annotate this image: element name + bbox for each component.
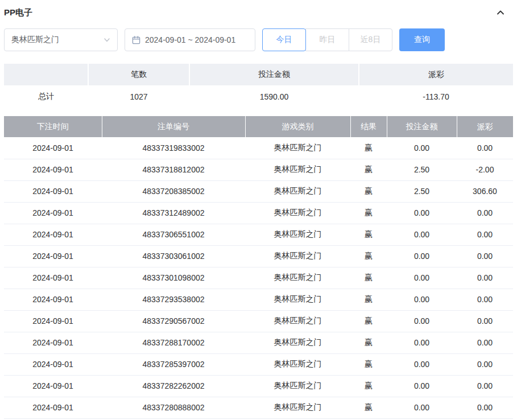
panel-header: PP电子 <box>4 6 513 19</box>
table-row: 2024-09-01 48337303061002 奥林匹斯之门 赢 0.00 … <box>4 245 513 267</box>
bet-table: 下注时间 注单编号 游戏类别 结果 投注金额 派彩 2024-09-01 483… <box>4 116 513 419</box>
cell-bet-amount: 0.00 <box>387 202 457 224</box>
cell-game-type: 奥林匹斯之门 <box>245 267 350 289</box>
quick-button-today[interactable]: 今日 <box>262 28 306 51</box>
cell-payout: -2.00 <box>457 159 513 180</box>
cell-bet-time: 2024-09-01 <box>4 159 102 180</box>
cell-payout: 0.00 <box>457 137 513 159</box>
summary-header-count: 笔数 <box>88 64 189 85</box>
cell-bet-time: 2024-09-01 <box>4 245 102 267</box>
cell-bet-amount: 0.00 <box>387 289 457 310</box>
summary-total-bet-amount: 1590.00 <box>189 85 359 108</box>
cell-bet-time: 2024-09-01 <box>4 202 102 224</box>
table-row: 2024-09-01 48337301098002 奥林匹斯之门 赢 0.00 … <box>4 267 513 289</box>
pp-games-panel: PP电子 奥林匹斯之门 <box>0 0 517 419</box>
table-row: 2024-09-01 48337282262002 奥林匹斯之门 赢 0.00 … <box>4 375 513 397</box>
cell-bet-id: 48337280888002 <box>102 397 245 418</box>
cell-result: 赢 <box>350 137 387 159</box>
cell-bet-time: 2024-09-01 <box>4 397 102 418</box>
cell-payout: 0.00 <box>457 332 513 353</box>
calendar-icon <box>132 36 140 44</box>
quick-range-button-group: 今日 昨日 近8日 <box>262 28 392 51</box>
cell-bet-id: 48337282262002 <box>102 375 245 397</box>
cell-game-type: 奥林匹斯之门 <box>245 159 350 180</box>
summary-header-row: 笔数 投注金额 派彩 <box>4 64 513 85</box>
cell-bet-time: 2024-09-01 <box>4 137 102 159</box>
cell-game-type: 奥林匹斯之门 <box>245 180 350 202</box>
cell-payout: 0.00 <box>457 289 513 310</box>
cell-bet-amount: 0.00 <box>387 375 457 397</box>
date-range-picker[interactable]: 2024-09-01 ~ 2024-09-01 <box>125 28 255 51</box>
collapse-button[interactable] <box>495 7 506 18</box>
col-header-result: 结果 <box>350 116 387 137</box>
cell-game-type: 奥林匹斯之门 <box>245 397 350 418</box>
table-row: 2024-09-01 48337306551002 奥林匹斯之门 赢 0.00 … <box>4 224 513 245</box>
cell-bet-amount: 0.00 <box>387 353 457 375</box>
cell-payout: 0.00 <box>457 310 513 332</box>
cell-bet-id: 48337293538002 <box>102 289 245 310</box>
table-row: 2024-09-01 48337285397002 奥林匹斯之门 赢 0.00 … <box>4 353 513 375</box>
cell-result: 赢 <box>350 224 387 245</box>
cell-result: 赢 <box>350 267 387 289</box>
bet-table-header-row: 下注时间 注单编号 游戏类别 结果 投注金额 派彩 <box>4 116 513 137</box>
search-button[interactable]: 查询 <box>399 28 445 51</box>
page-title: PP电子 <box>4 7 32 18</box>
cell-game-type: 奥林匹斯之门 <box>245 137 350 159</box>
cell-payout: 0.00 <box>457 245 513 267</box>
cell-bet-amount: 0.00 <box>387 245 457 267</box>
quick-button-yesterday[interactable]: 昨日 <box>305 28 349 51</box>
table-row: 2024-09-01 48337208385002 奥林匹斯之门 赢 2.50 … <box>4 180 513 202</box>
cell-bet-amount: 0.00 <box>387 397 457 418</box>
bet-table-body: 2024-09-01 48337319833002 奥林匹斯之门 赢 0.00 … <box>4 137 513 418</box>
cell-payout: 0.00 <box>457 224 513 245</box>
cell-game-type: 奥林匹斯之门 <box>245 289 350 310</box>
game-select-value: 奥林匹斯之门 <box>11 35 59 45</box>
cell-payout: 0.00 <box>457 353 513 375</box>
cell-result: 赢 <box>350 289 387 310</box>
summary-total-count: 1027 <box>88 85 189 108</box>
table-row: 2024-09-01 48337293538002 奥林匹斯之门 赢 0.00 … <box>4 289 513 310</box>
cell-bet-time: 2024-09-01 <box>4 224 102 245</box>
cell-result: 赢 <box>350 397 387 418</box>
table-row: 2024-09-01 48337280888002 奥林匹斯之门 赢 0.00 … <box>4 397 513 418</box>
cell-game-type: 奥林匹斯之门 <box>245 310 350 332</box>
cell-game-type: 奥林匹斯之门 <box>245 202 350 224</box>
summary-header-payout: 派彩 <box>359 64 513 85</box>
cell-payout: 0.00 <box>457 375 513 397</box>
date-range-value: 2024-09-01 ~ 2024-09-01 <box>145 35 235 44</box>
cell-payout: 0.00 <box>457 202 513 224</box>
cell-result: 赢 <box>350 245 387 267</box>
cell-bet-id: 48337319833002 <box>102 137 245 159</box>
cell-bet-time: 2024-09-01 <box>4 180 102 202</box>
cell-result: 赢 <box>350 332 387 353</box>
cell-game-type: 奥林匹斯之门 <box>245 353 350 375</box>
table-row: 2024-09-01 48337312489002 奥林匹斯之门 赢 0.00 … <box>4 202 513 224</box>
quick-button-last8days[interactable]: 近8日 <box>349 28 392 51</box>
table-row: 2024-09-01 48337288170002 奥林匹斯之门 赢 0.00 … <box>4 332 513 353</box>
cell-game-type: 奥林匹斯之门 <box>245 245 350 267</box>
cell-game-type: 奥林匹斯之门 <box>245 332 350 353</box>
game-select[interactable]: 奥林匹斯之门 <box>4 28 118 51</box>
cell-bet-id: 48337318812002 <box>102 159 245 180</box>
cell-result: 赢 <box>350 180 387 202</box>
cell-payout: 0.00 <box>457 267 513 289</box>
col-header-bet-time: 下注时间 <box>4 116 102 137</box>
cell-payout: 0.00 <box>457 397 513 418</box>
col-header-bet-amount: 投注金额 <box>387 116 457 137</box>
cell-bet-amount: 2.50 <box>387 159 457 180</box>
cell-bet-time: 2024-09-01 <box>4 353 102 375</box>
cell-bet-id: 48337290567002 <box>102 310 245 332</box>
cell-game-type: 奥林匹斯之门 <box>245 375 350 397</box>
table-row: 2024-09-01 48337318812002 奥林匹斯之门 赢 2.50 … <box>4 159 513 180</box>
col-header-bet-id: 注单编号 <box>102 116 245 137</box>
cell-result: 赢 <box>350 310 387 332</box>
table-row: 2024-09-01 48337290567002 奥林匹斯之门 赢 0.00 … <box>4 310 513 332</box>
cell-bet-id: 48337306551002 <box>102 224 245 245</box>
cell-bet-id: 48337301098002 <box>102 267 245 289</box>
cell-bet-amount: 0.00 <box>387 267 457 289</box>
cell-result: 赢 <box>350 375 387 397</box>
cell-bet-amount: 0.00 <box>387 332 457 353</box>
cell-bet-amount: 0.00 <box>387 137 457 159</box>
cell-game-type: 奥林匹斯之门 <box>245 224 350 245</box>
cell-bet-id: 48337285397002 <box>102 353 245 375</box>
